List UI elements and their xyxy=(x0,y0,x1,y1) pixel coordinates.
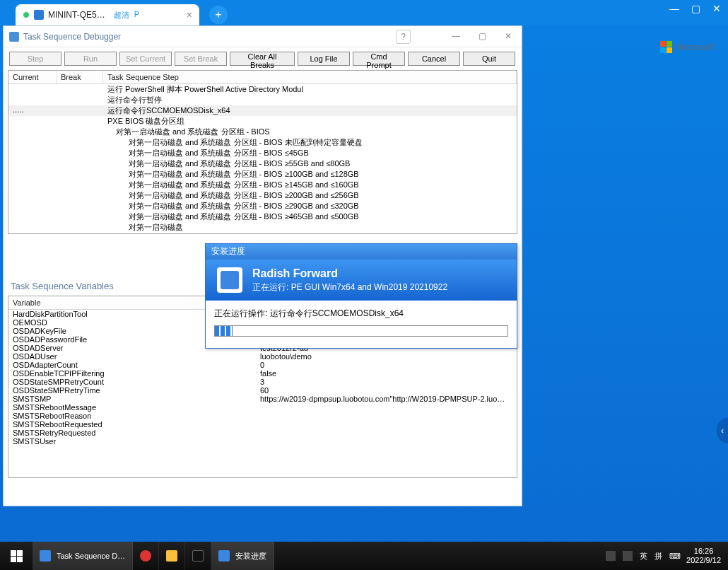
ime-mode[interactable]: 拼 xyxy=(654,551,662,562)
set-current-button[interactable]: Set Current xyxy=(119,52,172,66)
banner-subtitle: 正在运行: PE GUI Win7x64 and Win2019 2021092… xyxy=(252,281,447,293)
microsoft-watermark: Microsoft xyxy=(660,41,714,53)
sequence-row[interactable]: 对第一启动磁盘 and 系统磁盘 分区组 - BIOS ≥145GB and ≤… xyxy=(8,180,517,190)
banner-heading: Radish Forward xyxy=(252,267,447,280)
side-handle[interactable]: ‹ xyxy=(717,418,728,443)
taskbar-app-progress[interactable]: 安装进度 xyxy=(211,542,274,570)
browser-tabbar: MININT-QE5… 超清 P × + — ▢ ✕ xyxy=(0,0,728,25)
debugger-title: Task Sequence Debugger xyxy=(23,32,121,42)
close-icon[interactable]: ✕ xyxy=(710,3,724,14)
clock-time: 16:26 xyxy=(686,547,721,556)
system-tray: 英 拼 ⌨ 16:26 2022/9/12 xyxy=(606,547,728,565)
debugger-titlebar[interactable]: Task Sequence Debugger ? — ▢ ✕ xyxy=(4,26,522,47)
variable-row[interactable]: SMSTSMPhttps://w2019-dpmpsup.luobotou.co… xyxy=(8,395,517,403)
col-current[interactable]: Current xyxy=(8,71,57,83)
taskbar-app-power[interactable] xyxy=(133,542,159,570)
variable-row[interactable]: OSDEnableTCPIPFilteringfalse xyxy=(8,369,517,378)
sequence-row[interactable]: PXE BIOS 磁盘分区组 xyxy=(8,116,517,127)
set-break-button[interactable]: Set Break xyxy=(175,52,227,66)
taskbar-app-explorer[interactable] xyxy=(159,542,185,570)
remote-desktop: Microsoft DiskGenius ToDesk_Lit… 免费版64位 … xyxy=(0,25,728,542)
sequence-row[interactable]: 对第一启动磁盘 and 系统磁盘 分区组 - BIOS ≥100GB and ≤… xyxy=(8,169,517,180)
log-file-button[interactable]: Log File xyxy=(298,52,350,66)
window-close-icon[interactable]: ✕ xyxy=(500,30,516,44)
taskbar-clock[interactable]: 16:26 2022/9/12 xyxy=(686,547,721,565)
connection-status-dot xyxy=(23,11,30,18)
sequence-row[interactable]: 对第一启动磁盘 and 系统磁盘 分区组 - BIOS ≥55GB and ≤8… xyxy=(8,158,517,169)
sequence-row[interactable]: 对第一启动磁盘 and 系统磁盘 分区组 - BIOS ≤45GB xyxy=(8,148,517,158)
dialog-banner: Radish Forward 正在运行: PE GUI Win7x64 and … xyxy=(206,260,517,301)
taskbar-app-terminal[interactable] xyxy=(185,542,211,570)
variable-row[interactable]: OSDStateSMPRetryTime60 xyxy=(8,386,517,395)
clock-date: 2022/9/12 xyxy=(686,556,721,565)
sequence-row[interactable]: 对第一启动磁盘 xyxy=(8,222,517,231)
window-minimize-icon[interactable]: — xyxy=(447,30,464,44)
install-progress-dialog: 安装进度 Radish Forward 正在运行: PE GUI Win7x64… xyxy=(205,243,517,349)
power-icon xyxy=(140,550,151,562)
taskbar-app-debugger[interactable]: Task Sequence D… xyxy=(33,542,133,570)
variable-row[interactable]: SMSTSRebootMessage xyxy=(8,403,517,412)
installer-icon xyxy=(217,267,242,293)
sequence-row[interactable]: .....运行命令行SCCMOEMOSDisk_x64 xyxy=(8,105,517,116)
sequence-row[interactable]: 运行 PowerShell 脚本 PowerShell Active Direc… xyxy=(8,84,517,95)
sequence-row[interactable]: 对第一启动磁盘 and 系统磁盘 分区组 - BIOS xyxy=(8,127,517,137)
installer-icon xyxy=(218,550,230,562)
col-step[interactable]: Task Sequence Step xyxy=(103,71,517,83)
variable-row[interactable]: OSDAdapterCount0 xyxy=(8,361,517,369)
help-button[interactable]: ? xyxy=(396,30,411,44)
dialog-titlebar[interactable]: 安装进度 xyxy=(206,244,517,260)
start-button[interactable] xyxy=(0,542,33,570)
current-operation-text: 正在运行操作: 运行命令行SCCMOEMOSDisk_x64 xyxy=(214,308,508,320)
step-button[interactable]: Step xyxy=(9,52,61,66)
p-badge: P xyxy=(132,10,141,21)
variable-row[interactable]: SMSTSUser xyxy=(8,437,517,446)
tab-title: MININT-QE5… xyxy=(48,10,105,20)
browser-tab[interactable]: MININT-QE5… 超清 P × xyxy=(16,4,199,25)
ime-lang[interactable]: 英 xyxy=(640,551,647,562)
cancel-button[interactable]: Cancel xyxy=(408,52,460,66)
maximize-icon[interactable]: ▢ xyxy=(688,3,703,14)
new-tab-button[interactable]: + xyxy=(209,6,228,24)
variable-row[interactable]: SMSTSRebootReason xyxy=(8,412,517,420)
terminal-icon xyxy=(192,550,204,562)
microsoft-logo-icon xyxy=(660,41,672,53)
col-break[interactable]: Break xyxy=(57,71,103,83)
debugger-toolbar: Step Run Set Current Set Break Clear All… xyxy=(4,47,522,70)
debugger-app-icon xyxy=(9,32,19,42)
folder-icon xyxy=(166,550,177,562)
quit-button[interactable]: Quit xyxy=(463,52,515,66)
run-button[interactable]: Run xyxy=(64,52,117,66)
variable-row[interactable]: OSDADUserluobotou\demo xyxy=(8,352,517,361)
clear-breaks-button[interactable]: Clear All Breaks xyxy=(230,52,295,66)
taskbar: Task Sequence D… 安装进度 英 拼 ⌨ 16:26 2022/9… xyxy=(0,542,728,570)
quality-badge: 超清 xyxy=(114,10,129,21)
sequence-row[interactable]: 对第一启动磁盘 and 系统磁盘 分区组 - BIOS ≥200GB and ≤… xyxy=(8,190,517,201)
tab-close-icon[interactable]: × xyxy=(187,9,192,21)
ime-keyboard-icon[interactable]: ⌨ xyxy=(669,552,679,561)
tray-icon-2[interactable] xyxy=(623,551,633,561)
host-window-controls: — ▢ ✕ xyxy=(667,3,724,14)
sequence-row[interactable]: 运行命令行暂停 xyxy=(8,95,517,105)
variable-row[interactable]: SMSTSRebootRequested xyxy=(8,420,517,429)
windows-logo-icon xyxy=(11,550,23,562)
favicon xyxy=(34,10,44,20)
window-maximize-icon[interactable]: ▢ xyxy=(474,30,491,44)
sequence-row[interactable]: 对第一启动磁盘 and 系统磁盘 分区组 - BIOS ≥290GB and ≤… xyxy=(8,201,517,211)
minimize-icon[interactable]: — xyxy=(667,3,681,14)
cmd-prompt-button[interactable]: Cmd Prompt xyxy=(353,52,405,66)
taskbar-app-label: 安装进度 xyxy=(235,551,266,562)
variable-row[interactable]: OSDStateSMPRetryCount3 xyxy=(8,378,517,386)
microsoft-label: Microsoft xyxy=(676,42,714,52)
variable-row[interactable]: SMSTSRetryRequested xyxy=(8,429,517,437)
tray-icon-1[interactable] xyxy=(606,551,616,561)
sequence-list[interactable]: 运行 PowerShell 脚本 PowerShell Active Direc… xyxy=(8,84,517,231)
progress-fill xyxy=(215,326,233,336)
app-icon xyxy=(40,550,51,562)
sequence-row[interactable]: 对第一启动磁盘 and 系统磁盘 分区组 - BIOS ≥465GB and ≤… xyxy=(8,211,517,222)
taskbar-app-label: Task Sequence D… xyxy=(57,552,125,560)
sequence-row[interactable]: 对第一启动磁盘 and 系统磁盘 分区组 - BIOS 未匹配到特定容量硬盘 xyxy=(8,137,517,148)
sequence-panel: Current Break Task Sequence Step 运行 Powe… xyxy=(8,70,517,234)
progress-bar xyxy=(214,325,508,337)
